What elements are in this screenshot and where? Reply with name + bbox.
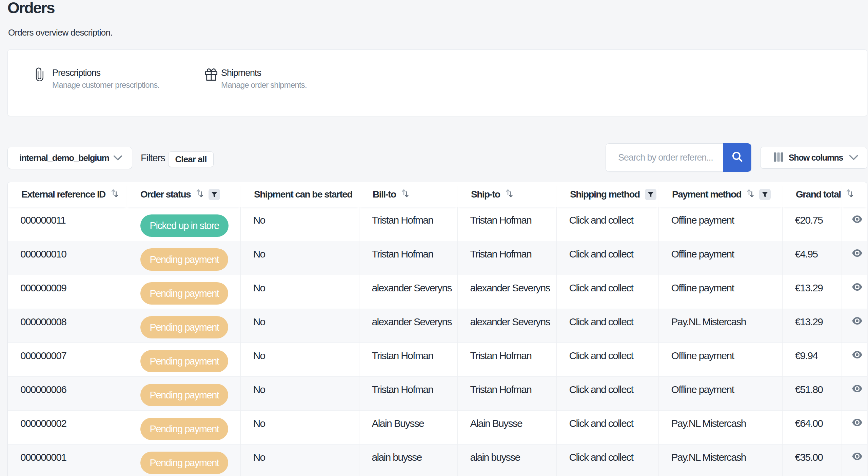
order-status-badge: Pending payment [140,248,229,271]
funnel-filter-button[interactable] [209,189,220,200]
sort-arrows-icon[interactable] [506,189,513,200]
cell-reference: 000000001 [8,444,127,476]
cell-status: Picked up in store [127,207,240,241]
chevron-down-icon [849,155,858,162]
cell-shipping-method: Click and collect [556,444,658,476]
column-header-grand-total[interactable]: Grand total [782,182,842,207]
cell-shipping-method: Click and collect [556,309,658,343]
column-header-label: External reference ID [21,189,105,200]
cell-status: Pending payment [127,309,240,343]
cell-actions [842,343,867,376]
search-input[interactable] [606,143,723,172]
view-order-button[interactable] [852,248,862,259]
cell-payment-method: Pay.NL Mistercash [658,410,782,444]
cell-shipment-can-start: No [240,444,359,476]
column-header-order-status[interactable]: Order status [127,182,240,207]
cell-bill-to: Tristan Hofman [359,343,457,376]
funnel-filter-button[interactable] [645,189,656,200]
column-header-shipping-method: Shipping method [556,182,658,207]
clear-all-button[interactable]: Clear all [168,151,214,167]
table-row-000000002: 000000002Pending paymentNoAlain BuysseAl… [8,410,867,444]
cell-ship-to: Tristan Hofman [457,343,556,376]
cell-actions [842,309,867,343]
search-button[interactable] [723,143,751,172]
column-header-label: Payment method [672,189,741,200]
quick-link-subtitle: Manage order shipments. [221,80,307,90]
table-row-000000001: 000000001Pending paymentNoalain buysseal… [8,444,867,476]
sort-arrows-icon[interactable] [402,189,409,200]
cell-payment-method: Offline payment [658,275,782,309]
table-row-000000011: 000000011Picked up in storeNoTristan Hof… [8,207,867,241]
cell-reference: 000000008 [8,309,127,343]
order-status-badge: Pending payment [140,452,229,474]
cell-actions [842,275,867,309]
cell-shipment-can-start: No [240,410,359,444]
quick-links-card: Prescriptions Manage customer prescripti… [7,49,867,116]
cell-payment-method: Pay.NL Mistercash [658,309,782,343]
column-header-ship-to[interactable]: Ship-to [457,182,556,207]
cell-shipping-method: Click and collect [556,410,658,444]
quick-link-prescriptions[interactable]: Prescriptions Manage customer prescripti… [36,67,204,90]
column-header-label: Shipping method [570,189,640,200]
column-header-payment-method[interactable]: Payment method [658,182,782,207]
cell-status: Pending payment [127,444,240,476]
eye-icon [852,288,862,293]
table-row-000000009: 000000009Pending paymentNoalexander Seve… [8,275,867,309]
view-order-button[interactable] [852,316,862,327]
quick-link-text: Shipments Manage order shipments. [221,67,307,90]
view-order-button[interactable] [852,451,862,462]
filters-label: Filters [141,147,165,169]
cell-shipment-can-start: No [240,207,359,241]
funnel-filter-button[interactable] [759,189,771,200]
cell-grand-total: €13.29 [782,309,842,343]
cell-bill-to: Tristan Hofman [359,207,457,241]
cell-reference: 000000007 [8,343,127,376]
view-order-button[interactable] [852,282,862,293]
column-header-external-reference-id[interactable]: External reference ID [8,182,127,207]
cell-reference: 000000006 [8,376,127,410]
store-select[interactable]: internal_demo_belgium [7,147,132,169]
cell-grand-total: €51.80 [782,376,842,410]
cell-payment-method: Offline payment [658,376,782,410]
order-status-badge: Pending payment [140,282,229,305]
cell-reference: 000000002 [8,410,127,444]
view-order-button[interactable] [852,350,862,361]
view-order-button[interactable] [852,214,862,225]
eye-icon [852,423,862,429]
cell-actions [842,241,867,275]
page-title: Orders [7,0,54,17]
view-order-button[interactable] [852,384,862,395]
cell-shipment-can-start: No [240,275,359,309]
quick-link-subtitle: Manage customer prescriptions. [52,80,159,90]
order-status-badge: Pending payment [140,384,229,406]
sort-arrows-icon[interactable] [747,189,754,200]
cell-shipment-can-start: No [240,241,359,275]
quick-link-shipments[interactable]: Shipments Manage order shipments. [204,67,373,90]
order-status-badge: Picked up in store [140,214,229,237]
cell-bill-to: Tristan Hofman [359,241,457,275]
cell-shipping-method: Click and collect [556,343,658,376]
cell-ship-to: alexander Severyns [457,309,556,343]
view-order-button[interactable] [852,417,862,429]
eye-icon [852,356,862,361]
cell-shipment-can-start: No [240,309,359,343]
column-header-shipment-can-be-started: Shipment can be started [240,182,359,207]
eye-icon [852,457,862,462]
store-select-value: internal_demo_belgium [19,153,110,163]
cell-grand-total: €35.00 [782,444,842,476]
cell-actions [842,410,867,444]
column-header-bill-to[interactable]: Bill-to [359,182,457,207]
cell-ship-to: Tristan Hofman [457,376,556,410]
cell-grand-total: €20.75 [782,207,842,241]
cell-grand-total: €4.95 [782,241,842,275]
page-description: Orders overview description. [8,27,113,38]
sort-arrows-icon[interactable] [196,189,203,200]
sort-arrows-icon[interactable] [111,189,118,200]
search-bar [606,143,751,172]
sort-arrows-icon[interactable] [846,189,853,200]
order-status-badge: Pending payment [140,350,229,372]
order-status-badge: Pending payment [140,316,229,338]
cell-bill-to: Alain Buysse [359,410,457,444]
show-columns-button[interactable]: Show columns [760,147,867,169]
column-header-label: Order status [140,189,191,200]
